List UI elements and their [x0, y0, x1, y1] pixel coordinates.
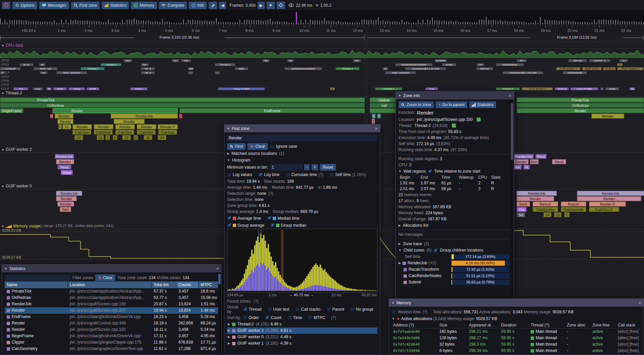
frame-set-dropdown[interactable]: ▼	[267, 2, 275, 9]
checkbox[interactable]	[327, 307, 331, 312]
timeline-zone[interactable]: C	[564, 212, 570, 217]
collapse-icon[interactable]: ▼	[1, 225, 4, 228]
timeline-zone[interactable]: PrivateTick	[517, 97, 644, 102]
scrollbar[interactable]	[218, 273, 221, 354]
timeline-zone[interactable]: CalcGeo	[115, 130, 134, 135]
timeline-zone[interactable]: Update	[370, 97, 398, 102]
statistics-table-header[interactable]: NameLocationTotal timCountsMTPC	[5, 281, 219, 288]
timeline-zone[interactable]: Render	[517, 196, 554, 201]
scrollbar-thumb[interactable]	[218, 274, 221, 284]
cpu-zone[interactable]: kv-pr	[19, 63, 34, 66]
clear-button[interactable]: ⊘Clear	[248, 143, 268, 150]
timeline-zone[interactable]: CalcGeomet	[561, 207, 586, 212]
child-zone-row[interactable]: CalcRenderNodes51.51 µs (1.15%)	[398, 273, 509, 279]
table-row[interactable]: PrivateTickjni/../jni/src/claw/applicati…	[5, 288, 219, 295]
cpu-zone[interactable]: Tra	[13, 87, 28, 90]
cpu-zone[interactable]: sysl	[33, 87, 43, 90]
timeline-zone[interactable]: Rende	[57, 119, 73, 124]
timeline-zone[interactable]: Rend	[57, 165, 71, 170]
cpu-zone[interactable]: sen-sis	[568, 59, 587, 62]
option-call-stacks[interactable]: Call stacks	[296, 307, 321, 312]
find-button[interactable]: Find	[227, 143, 246, 150]
table-row[interactable]: CalcGeometryjni/../jni/src/claw/graphics…	[5, 346, 219, 352]
group-children-checkbox[interactable]	[433, 248, 438, 253]
cpu-zone[interactable]: sn	[172, 59, 179, 62]
prev-frame-button[interactable]: ◀	[219, 2, 226, 9]
frame-overview-strip[interactable]	[0, 11, 644, 25]
relative-time-checkbox[interactable]	[428, 169, 432, 174]
memory-button[interactable]: Memory	[131, 2, 157, 9]
ignore-case-checkbox[interactable]	[270, 144, 274, 149]
find-zone-search-input[interactable]: Render	[227, 135, 377, 141]
checkbox[interactable]	[329, 173, 334, 177]
timeline-zone[interactable]: OnRedraw	[0, 103, 365, 108]
timeline-zone[interactable]: Render	[115, 124, 135, 129]
cpu-zone[interactable]: syste	[605, 87, 619, 90]
timeline-zone[interactable]: Render	[53, 108, 177, 113]
cpu-zone[interactable]: Tracy I	[130, 87, 148, 90]
cpu-zone[interactable]: composer@2.1-se (Hw	[502, 71, 543, 74]
timeline-zone[interactable]: Re5	[60, 207, 71, 212]
thread-lane[interactable]: OnRedrawcallOnRedraw	[0, 103, 644, 108]
timeline-zone[interactable]: OnRedraw	[517, 103, 644, 108]
scrollbar[interactable]	[511, 100, 514, 304]
cpu-zone[interactable]: Thread-2	[496, 87, 520, 90]
collapse-icon[interactable]: ▼	[398, 94, 401, 97]
timeline-zone[interactable]: R	[50, 114, 53, 119]
cpu-row-cpu0[interactable]: CPU0sessnsysfjaaukwsurfacefaursen-sissys…	[0, 58, 644, 62]
table-row[interactable]: OnRedrawjni/../jni/src/claw/application/…	[5, 295, 219, 301]
table-row[interactable]: Renderjni/../jni/src/guif/Screen.cpp:257…	[5, 307, 219, 314]
section-header-guif-worker-0[interactable]: ▼GUIF worker 0	[1, 184, 32, 188]
cpu-row-cpu3[interactable]: CPU3sentracy_systracerot_d--tracy_systra…	[0, 71, 644, 75]
timeline-zone[interactable]: CalcGeome	[533, 207, 558, 212]
column-header-address-[interactable]: Address (?)	[392, 322, 438, 328]
next-frame-button[interactable]: ▶	[258, 2, 265, 9]
clear-filter-button[interactable]: ⊘Clear	[95, 274, 115, 281]
column-header-call-stack[interactable]: Call stack	[616, 322, 641, 328]
option-user-text[interactable]: User text	[268, 307, 289, 312]
cpu-zone[interactable]: surfaceflinger/audios	[395, 63, 433, 66]
timeline-zone[interactable]: RenderJob	[56, 191, 82, 196]
cpu-zone[interactable]: tracy_systrace	[385, 71, 416, 74]
timeline-zone[interactable]: Render	[577, 196, 641, 201]
cpu-zone[interactable]: rot_d	[141, 71, 155, 74]
thread-lane[interactable]: BeginFrameRenderEndFrameRender	[0, 108, 644, 113]
timeline-zone[interactable]: Render	[591, 114, 624, 119]
cpu-row-cpu7[interactable]: CPU7TrasyslMGUIFTracyGUIFTracy ITracy Pr…	[0, 87, 644, 91]
collapse-icon[interactable]: ▼	[392, 317, 395, 320]
option-thread[interactable]: Thread	[243, 307, 262, 312]
timeline-zone[interactable]: EndFrame	[179, 108, 365, 113]
cpu-zone[interactable]: kworke	[476, 67, 493, 70]
timeline-zone[interactable]: call	[370, 103, 398, 108]
timeline-zone[interactable]: Rencer	[561, 202, 586, 207]
option-log-time[interactable]: Log time	[258, 172, 279, 177]
close-icon[interactable]: ×	[509, 93, 512, 98]
collapse-icon[interactable]: ▼	[1, 92, 4, 95]
timeline-zone[interactable]: Rer	[513, 165, 522, 170]
collapse-icon[interactable]: ▼	[1, 148, 4, 151]
options-button[interactable]: ⚙Options	[12, 2, 37, 9]
cpu-zone[interactable]: Tracy Profiler	[218, 87, 265, 90]
cpu-zone[interactable]: rot_d	[141, 67, 155, 70]
table-row[interactable]: EndFramejni/../jni/src/claw/gfx/drv/vk/D…	[5, 314, 219, 320]
cpu-zone[interactable]: system_s	[589, 59, 610, 62]
expand-icon[interactable]: ▶	[228, 321, 230, 327]
statistics-button[interactable]: Statistics	[469, 101, 496, 108]
thread-button[interactable]	[452, 124, 456, 128]
cpu-zone[interactable]: rsurfacefling	[496, 63, 524, 66]
cpu-zone[interactable]: Tracy Profiler	[570, 87, 598, 90]
column-header-counts[interactable]: Counts	[176, 281, 199, 288]
timeline-zone[interactable]: Render R	[589, 202, 626, 207]
cpu-zone[interactable]: Trac	[425, 87, 438, 90]
checkbox[interactable]	[308, 315, 312, 320]
cpu-zone[interactable]: Thread-2	[80, 67, 105, 70]
cpu-zone[interactable]: GUIF worker 0	[556, 67, 580, 70]
table-row[interactable]: BeginFramejni/../jni/src/claw/gfx/drv/vk…	[5, 333, 219, 339]
expand-icon[interactable]: ▶	[227, 152, 229, 155]
column-header-size[interactable]: Size	[438, 322, 468, 328]
timeline-zone[interactable]: RenderJob	[111, 114, 178, 119]
cpu-zone[interactable]: kw	[141, 63, 149, 66]
timeline-zone[interactable]: Render	[55, 114, 73, 119]
child-zone-row[interactable]: ▶RenderJob(×2)4.16 ms (92.60%)	[398, 260, 509, 266]
section-header-guif-worker-2[interactable]: ▼GUIF worker 2	[1, 147, 32, 152]
